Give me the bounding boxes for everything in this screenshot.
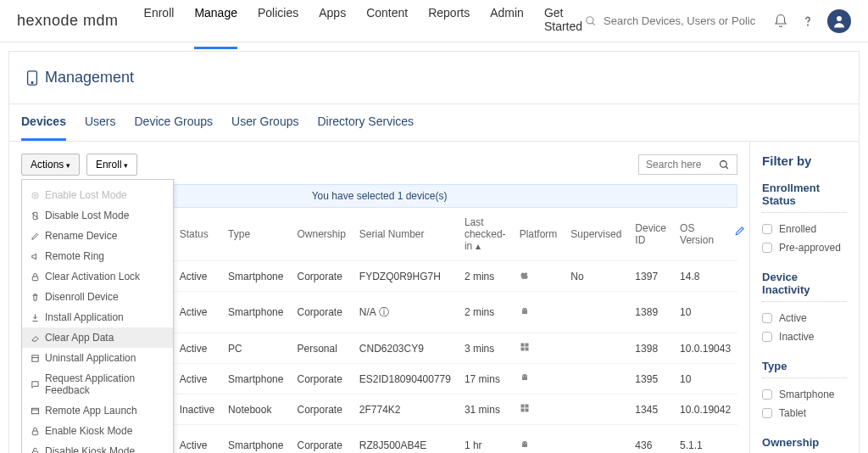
nav-tab-admin[interactable]: Admin — [490, 0, 524, 49]
action-disable-lost-mode[interactable]: Disable Lost Mode — [22, 205, 173, 226]
sub-tab-directory-services[interactable]: Directory Services — [317, 104, 414, 141]
last-checkin-cell: 17 mins — [458, 364, 513, 394]
sub-tab-devices[interactable]: Devices — [21, 104, 66, 141]
deviceid-cell: 1345 — [628, 394, 673, 425]
checkbox[interactable] — [762, 389, 772, 400]
platform-cell — [513, 333, 565, 364]
type-cell: Notebook — [221, 394, 290, 425]
status-cell: Active — [173, 292, 221, 333]
sub-tab-user-groups[interactable]: User Groups — [231, 104, 298, 141]
svg-point-6 — [721, 160, 727, 167]
filter-opt-active[interactable]: Active — [762, 309, 847, 327]
col-serial-number[interactable]: Serial Number — [353, 208, 458, 261]
action-disable-kiosk-mode[interactable]: Disable Kiosk Mode — [22, 441, 173, 453]
action-remote-app-launch[interactable]: Remote App Launch — [22, 400, 173, 421]
col-status[interactable]: Status — [173, 208, 221, 261]
os-cell: 10.0.19042 — [673, 394, 737, 425]
checkbox[interactable] — [762, 224, 772, 234]
col-type[interactable]: Type — [221, 208, 290, 261]
nav-tab-manage[interactable]: Manage — [194, 0, 237, 49]
nav-tab-get-started[interactable]: Get Started — [544, 0, 585, 49]
sub-tab-device-groups[interactable]: Device Groups — [135, 104, 214, 141]
status-cell: Active — [173, 261, 221, 292]
os-cell: 10 — [673, 292, 737, 333]
action-uninstall-application[interactable]: Uninstall Application — [22, 348, 173, 368]
nav-tab-content[interactable]: Content — [366, 0, 408, 49]
filter-type: TypeSmartphoneTablet — [762, 360, 847, 422]
page-container: Management DevicesUsersDevice GroupsUser… — [8, 51, 860, 453]
col-os-version[interactable]: OS Version — [673, 208, 737, 261]
left-pane: Actions Enroll Enable Lost ModeDisable L… — [9, 142, 750, 453]
col-ownership[interactable]: Ownership — [290, 208, 352, 261]
checkbox[interactable] — [762, 332, 772, 342]
help-icon[interactable] — [800, 14, 815, 29]
action-rename-device[interactable]: Rename Device — [22, 226, 173, 246]
last-checkin-cell: 3 mins — [458, 333, 513, 364]
col-device-id[interactable]: Device ID — [628, 208, 673, 261]
svg-point-27 — [526, 376, 526, 377]
nav-tab-enroll[interactable]: Enroll — [144, 0, 175, 49]
deviceid-cell: 1395 — [628, 364, 673, 394]
filter-opt-tablet[interactable]: Tablet — [762, 404, 847, 422]
filter-opt-pre-approved[interactable]: Pre-approved — [762, 238, 847, 257]
table-search[interactable] — [638, 154, 737, 175]
ownership-cell: Corporate — [290, 425, 352, 454]
action-remote-ring[interactable]: Remote Ring — [22, 246, 173, 266]
serial-cell: N/A ⓘ — [353, 292, 458, 333]
nav-tab-apps[interactable]: Apps — [319, 0, 346, 49]
col-supervised[interactable]: Supervised — [564, 208, 628, 261]
global-search[interactable] — [585, 14, 756, 27]
col-platform[interactable]: Platform — [513, 208, 565, 261]
action-clear-activation-lock[interactable]: Clear Activation Lock — [22, 266, 173, 287]
action-clear-app-data[interactable]: Clear App Data — [22, 327, 173, 348]
filter-head: Type — [762, 360, 847, 378]
deviceid-cell: 1398 — [628, 333, 673, 364]
svg-rect-24 — [520, 348, 524, 351]
svg-rect-31 — [525, 409, 528, 412]
checkbox[interactable] — [762, 313, 772, 323]
bell-icon[interactable] — [773, 14, 788, 29]
search-icon — [585, 15, 597, 27]
filter-opt-inactive[interactable]: Inactive — [762, 327, 847, 346]
serial-cell: CND6203CY9 — [353, 333, 458, 364]
last-checkin-cell: 2 mins — [458, 292, 513, 333]
action-request-application-feedback[interactable]: Request Application Feedback — [22, 368, 173, 400]
svg-point-21 — [526, 310, 526, 310]
filter-ownership: OwnershipCorporatePersonal — [762, 436, 847, 453]
svg-rect-23 — [525, 344, 528, 347]
os-cell: 10.0.19043 — [673, 333, 737, 364]
svg-rect-15 — [31, 408, 38, 413]
top-nav: hexnode mdm EnrollManagePoliciesAppsCont… — [0, 0, 868, 42]
svg-point-26 — [523, 376, 524, 377]
logo: hexnode mdm — [17, 12, 119, 30]
avatar[interactable] — [827, 9, 851, 33]
supervised-cell: No — [564, 261, 628, 292]
svg-point-32 — [523, 443, 524, 444]
nav-tab-policies[interactable]: Policies — [258, 0, 298, 49]
os-cell: 10 — [673, 364, 737, 394]
checkbox[interactable] — [762, 408, 772, 418]
action-enable-kiosk-mode[interactable]: Enable Kiosk Mode — [22, 421, 173, 441]
col-last-checked-in[interactable]: Last checked-in ▴ — [458, 208, 513, 261]
action-install-application[interactable]: Install Application — [22, 307, 173, 327]
deviceid-cell: 1397 — [628, 261, 673, 292]
actions-button[interactable]: Actions — [21, 154, 80, 176]
platform-cell — [513, 425, 565, 454]
top-icons — [773, 9, 851, 33]
svg-rect-17 — [32, 431, 37, 435]
filter-pane: Filter by Enrollment StatusEnrolledPre-a… — [750, 142, 859, 453]
sub-tab-users[interactable]: Users — [85, 104, 116, 141]
nav-tab-reports[interactable]: Reports — [428, 0, 470, 49]
svg-rect-25 — [525, 348, 528, 351]
edit-columns-icon[interactable] — [734, 225, 746, 239]
action-disenroll-device[interactable]: Disenroll Device — [22, 287, 173, 307]
table-search-input[interactable] — [646, 159, 714, 171]
enroll-button[interactable]: Enroll — [86, 154, 137, 176]
global-search-input[interactable] — [604, 14, 756, 27]
svg-rect-29 — [525, 405, 528, 408]
filter-opt-smartphone[interactable]: Smartphone — [762, 385, 847, 404]
checkbox[interactable] — [762, 243, 772, 253]
svg-rect-13 — [32, 355, 38, 361]
type-cell: PC — [221, 333, 290, 364]
filter-opt-enrolled[interactable]: Enrolled — [762, 220, 847, 238]
